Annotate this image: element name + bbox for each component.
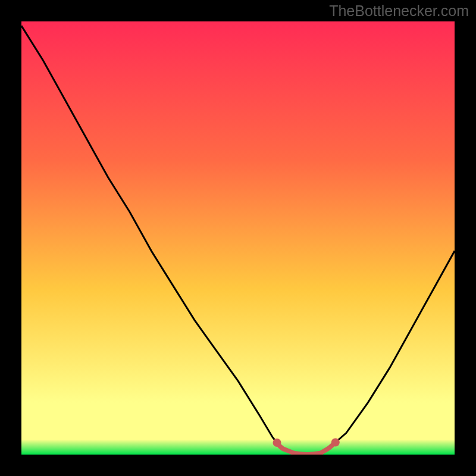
- svg-point-1: [331, 439, 340, 447]
- watermark-text: TheBottlenecker.com: [329, 2, 469, 20]
- chart-background: [21, 21, 455, 455]
- svg-point-0: [273, 439, 281, 447]
- plot-svg: [21, 21, 455, 455]
- plot-area: [21, 21, 455, 455]
- chart-container: TheBottlenecker.com: [0, 0, 476, 476]
